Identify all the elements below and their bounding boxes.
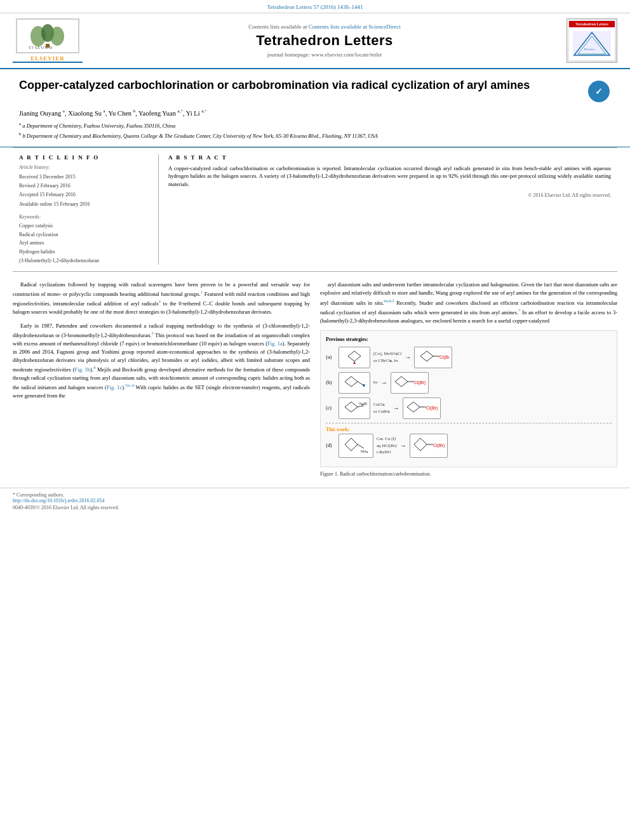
scheme-arrow-d: →	[400, 441, 406, 451]
svg-text:Elsevier: Elsevier	[584, 48, 595, 51]
journal-reference: Tetrahedron Letters 57 (2016) 1438–1441	[0, 0, 630, 13]
journal-header: ELSEVIER ELSEVIER Contents lists availab…	[0, 13, 630, 69]
scheme-reagent-c: CuCl₂or CuBr₂	[373, 401, 390, 415]
svg-text:Cl(Br): Cl(Br)	[426, 406, 438, 411]
figure-caption: Figure 1. Radical carbochlorination/carb…	[320, 470, 617, 478]
scheme-label-b: (b)	[326, 379, 338, 387]
article-title-row: Copper-catalyzed carbochlorination or ca…	[19, 78, 611, 103]
keyword-4: Hydrogen halides	[19, 248, 151, 257]
keyword-5: (3-Halomethyl)-1,2-dihydrobenzofuran	[19, 257, 151, 265]
abstract-header: A B S T R A C T	[168, 154, 611, 161]
chem-product-c: Cl(Br)	[403, 397, 441, 419]
scheme-row-a: (a) [Co], MeSO₂Clor CBrCl₃, hν →	[326, 347, 612, 368]
abstract-text: A copper-catalyzed radical carbochlorina…	[168, 164, 611, 189]
scheme-reagent-d: Cat. Cu (I)aq HCl(Br)t-BuNO	[377, 436, 397, 457]
sciencedirect-line: Contents lists available at Contents lis…	[89, 23, 560, 30]
chem-product-b: Cl(Br)	[391, 372, 429, 394]
keyword-3: Aryl amines	[19, 239, 151, 248]
affiliations: a a Department of Chemistry, Fuzhou Univ…	[19, 121, 611, 140]
chem-structure-d1: NH₂	[338, 434, 373, 458]
word-both: both	[294, 375, 304, 381]
scheme-divider	[326, 423, 612, 423]
doi-link[interactable]: http://dx.doi.org/10.1016/j.tetlet.2016.…	[13, 498, 617, 503]
svg-text:NH₂: NH₂	[361, 450, 368, 453]
this-work-label: This work:	[326, 426, 612, 434]
journal-ref-text: Tetrahedron Letters 57 (2016) 1438–1441	[267, 4, 363, 10]
crossmark-badge[interactable]: ✓	[587, 79, 611, 103]
scheme-arrow-a: →	[405, 352, 411, 363]
scheme-content-d: NH₂ Cat. Cu (I)aq HCl(Br)t-BuNO → Cl(Br)	[338, 434, 612, 458]
journal-thumbnail: Tetrahedron Letters Elsevier	[566, 18, 617, 63]
body-col-left: Radical cyclizations followed by trappin…	[13, 281, 310, 478]
abstract-col: A B S T R A C T A copper-catalyzed radic…	[168, 154, 611, 265]
body-para-right-1: aryl diazonium salts and underwent furth…	[320, 281, 617, 325]
affiliation-b: b b Department of Chemistry and Biochemi…	[19, 131, 611, 140]
figure-1: Previous strategies: (a) [Co], MeSO₂Clor…	[320, 330, 617, 467]
elsevier-logo-box: ELSEVIER	[16, 18, 79, 53]
svg-line-19	[358, 406, 364, 407]
keywords-label: Keywords:	[19, 214, 151, 220]
svg-point-12	[353, 363, 356, 364]
footer-section: * Corresponding authors. http://dx.doi.o…	[0, 488, 630, 514]
body-section: Radical cyclizations followed by trappin…	[0, 272, 630, 484]
scheme-arrow-b: →	[381, 378, 387, 388]
elsevier-wordmark: ELSEVIER	[30, 55, 65, 62]
chem-structure-c1: N₂BF₄	[338, 397, 370, 419]
svg-text:✓: ✓	[595, 87, 603, 97]
svg-line-23	[358, 444, 364, 448]
scheme-content-c: N₂BF₄ CuCl₂or CuBr₂ → Cl(Br)	[338, 397, 612, 419]
journal-title: Tetrahedron Letters	[89, 32, 560, 49]
svg-point-16	[363, 384, 365, 387]
corresponding-authors-note: * Corresponding authors.	[13, 492, 617, 498]
svg-text:Cl(Br): Cl(Br)	[439, 355, 449, 360]
article-info-header: A R T I C L E I N F O	[19, 154, 151, 161]
scheme-row-c: (c) N₂BF₄ CuCl₂or CuBr₂ →	[326, 397, 612, 419]
scheme-content-b: hν → Cl(Br)	[338, 372, 612, 394]
affiliation-a: a a Department of Chemistry, Fuzhou Univ…	[19, 121, 611, 130]
authors-line: Jianing Ouyang a, Xiaolong Su a, Yu Chen…	[19, 109, 611, 117]
body-para-2: Early in 1987, Pattenden and coworkers d…	[13, 322, 310, 401]
keyword-1: Copper catalysis	[19, 222, 151, 230]
svg-text:N₂BF₄: N₂BF₄	[359, 402, 367, 406]
body-para-1: Radical cyclizations followed by trappin…	[13, 281, 310, 316]
svg-text:ELSEVIER: ELSEVIER	[29, 46, 53, 49]
history-dates: Received 3 December 2015 Revised 2 Febru…	[19, 173, 151, 210]
scheme-label-c: (c)	[326, 404, 338, 412]
scheme-reagent-b: hν	[373, 379, 378, 386]
svg-point-2	[50, 27, 64, 46]
info-abstract-section: A R T I C L E I N F O Article history: R…	[13, 147, 617, 272]
copyright-line: © 2016 Elsevier Ltd. All rights reserved…	[168, 192, 611, 198]
journal-center: Contents lists available at Contents lis…	[83, 23, 566, 58]
svg-text:Cl(Br): Cl(Br)	[433, 443, 445, 448]
scheme-reagent-a: [Co], MeSO₂Clor CBrCl₃, hν	[373, 350, 401, 364]
scheme-content-a: [Co], MeSO₂Clor CBrCl₃, hν → Cl(Br)	[338, 347, 612, 368]
scheme-label-a: (a)	[326, 354, 338, 361]
chem-product-d: Cl(Br)	[410, 434, 448, 458]
article-title-section: Copper-catalyzed carbochlorination or ca…	[0, 69, 630, 147]
scheme-label-d: (d)	[326, 442, 338, 450]
article-title: Copper-catalyzed carbochlorination or ca…	[19, 78, 587, 93]
chem-product-a: Cl(Br)	[414, 347, 452, 368]
previous-strategies-label: Previous strategies:	[326, 336, 612, 343]
body-col-right: aryl diazonium salts and underwent furth…	[320, 281, 617, 478]
scheme-row-d: (d) NH₂ Cat. Cu (I)aq HCl(Br)t-BuNO →	[326, 434, 612, 458]
crossmark-icon: ✓	[588, 81, 610, 102]
sciencedirect-link[interactable]: Contents lists available at ScienceDirec…	[309, 23, 401, 30]
svg-text:Cl(Br): Cl(Br)	[414, 380, 426, 385]
elsevier-tree-icon: ELSEVIER	[25, 23, 70, 49]
elsevier-logo-area: ELSEVIER ELSEVIER	[13, 18, 83, 63]
scheme-row-b: (b) hν → C	[326, 372, 612, 394]
chem-structure-b1	[338, 372, 370, 394]
journal-homepage: journal homepage: www.elsevier.com/locat…	[89, 51, 560, 58]
keyword-2: Radical cyclization	[19, 230, 151, 239]
history-label: Article history:	[19, 164, 151, 170]
issn-line: 0040-4039/© 2016 Elsevier Ltd. All right…	[13, 505, 617, 510]
journal-cover-icon: Elsevier	[573, 31, 611, 57]
chem-structure-a1	[338, 347, 370, 368]
keywords-list: Copper catalysis Radical cyclization Ary…	[19, 222, 151, 265]
article-info-col: A R T I C L E I N F O Article history: R…	[19, 154, 159, 265]
scheme-arrow-c: →	[393, 403, 399, 413]
